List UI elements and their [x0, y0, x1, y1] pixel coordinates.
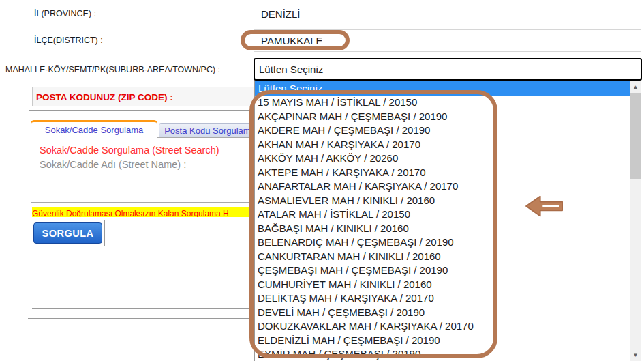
dropdown-option[interactable]: AKTEPE MAH / KARŞIYAKA / 20170: [255, 166, 630, 180]
dropdown-option[interactable]: DOKUZKAVAKLAR MAH / KARŞIYAKA / 20170: [255, 319, 630, 334]
dropdown-option-list: 15 MAYIS MAH / İSTİKLAL / 20150AKÇAPINAR…: [255, 96, 630, 361]
province-input[interactable]: [254, 3, 641, 25]
postal-code-lookup-page: İL(PROVINCE) : İLÇE(DISTRICT) : MAHALLE-…: [0, 0, 644, 361]
dropdown-option[interactable]: EYMİR MAH / ÇEŞMEBAŞI / 20190: [255, 347, 630, 361]
sorgula-button-wrapper: SORGULA: [31, 220, 105, 246]
street-name-label: Sokak/Cadde Adı (Street Name) :: [40, 159, 186, 170]
dropdown-option[interactable]: CUMHURİYET MAH / KINIKLI / 20160: [255, 278, 630, 292]
dropdown-option[interactable]: ATALAR MAH / İSTİKLAL / 20150: [255, 207, 630, 222]
dropdown-option[interactable]: ASMALIEVLER MAH / KINIKLI / 20160: [255, 194, 630, 208]
scroll-down-icon[interactable]: ▼: [630, 349, 641, 361]
dropdown-option-highlighted[interactable]: Lütfen Seciniz: [255, 81, 630, 96]
dropdown-option[interactable]: AKÇAPINAR MAH / ÇEŞMEBAŞI / 20190: [255, 110, 630, 124]
tab-postal-code-search-label: Posta Kodu Sorgulama: [164, 126, 256, 136]
suburb-select-value: Lütfen Seçiniz: [259, 63, 323, 75]
scroll-up-icon[interactable]: ▲: [630, 81, 641, 93]
dropdown-option[interactable]: CANKURTARAN MAH / KINIKLI / 20160: [255, 250, 630, 264]
dropdown-option[interactable]: 15 MAYIS MAH / İSTİKLAL / 20150: [255, 96, 630, 110]
tab-street-search-label: Sokak/Cadde Sorgulama: [45, 125, 144, 135]
dropdown-option[interactable]: BAĞBAŞI MAH / KINIKLI / 20160: [255, 222, 630, 236]
suburb-dropdown-popup: Lütfen Seciniz 15 MAYIS MAH / İSTİKLAL /…: [254, 81, 641, 361]
dropdown-option[interactable]: AKKÖY MAH / AKKÖY / 20260: [255, 151, 630, 166]
remaining-queries-warning: Güvenlik Doğrulaması Olmaksızın Kalan So…: [32, 207, 254, 217]
dropdown-option[interactable]: ÇEŞMEBAŞI MAH / ÇEŞMEBAŞI / 20190: [255, 263, 630, 278]
dropdown-option[interactable]: ELDENİZLİ MAH / ÇEŞMEBAŞI / 20190: [255, 334, 630, 348]
sorgula-button[interactable]: SORGULA: [33, 222, 102, 244]
dropdown-option[interactable]: AKHAN MAH / KARŞIYAKA / 20170: [255, 138, 630, 152]
dropdown-option[interactable]: ANAFARTALAR MAH / KARŞIYAKA / 20170: [255, 179, 630, 194]
remaining-queries-warning-text: Güvenlik Doğrulaması Olmaksızın Kalan So…: [32, 209, 229, 217]
dropdown-option[interactable]: DELİKTAŞ MAH / KARŞIYAKA / 20170: [255, 291, 630, 306]
dropdown-option[interactable]: DEVELİ MAH / ÇEŞMEBAŞI / 20190: [255, 306, 630, 320]
tab-street-search[interactable]: Sokak/Cadde Sorgulama: [31, 120, 157, 138]
district-input[interactable]: [254, 29, 641, 52]
scrollbar-thumb[interactable]: [630, 93, 641, 179]
province-label: İL(PROVINCE) :: [34, 9, 96, 18]
dropdown-scrollbar[interactable]: ▲ ▼: [630, 81, 641, 361]
zip-code-label: POSTA KODUNUZ (ZIP CODE) :: [36, 92, 173, 102]
district-label: İLÇE(DISTRICT) :: [34, 35, 103, 45]
suburb-select[interactable]: Lütfen Seçiniz: [254, 58, 642, 81]
suburb-label: MAHALLE-KÖY/SEMT/PK(SUBURB-AREA/TOWN/PC)…: [5, 65, 220, 74]
street-search-heading: Sokak/Cadde Sorgulama (Street Search): [40, 145, 219, 156]
dropdown-option[interactable]: BELENARDIÇ MAH / ÇEŞMEBAŞI / 20190: [255, 235, 630, 250]
dropdown-option[interactable]: AKDERE MAH / ÇEŞMEBAŞI / 20190: [255, 124, 630, 138]
left-arrow-icon: [525, 194, 564, 218]
tab-postal-code-search[interactable]: Posta Kodu Sorgulama: [159, 123, 261, 138]
